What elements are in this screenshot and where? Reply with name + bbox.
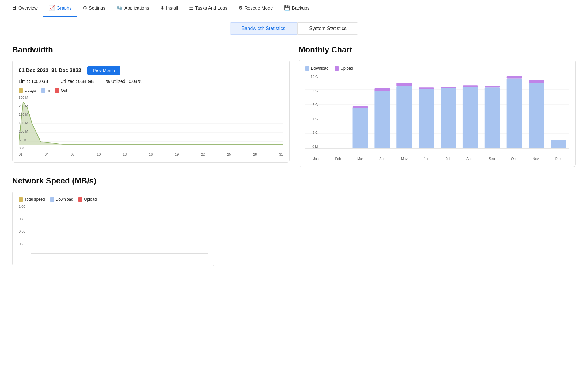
utilized-label: Utilized : 0.84 GB	[61, 79, 94, 84]
ul-color	[335, 66, 339, 71]
svg-rect-17	[330, 148, 346, 148]
svg-rect-19	[352, 106, 368, 108]
net-total-legend: Total speed	[19, 197, 45, 202]
legend-out: Out	[55, 88, 67, 93]
monitor-icon: 🖥	[12, 5, 17, 11]
net-ul-legend: Upload	[78, 197, 97, 202]
nav-applications-label: Applications	[124, 5, 149, 10]
bw-chart-area: 01 04 07 10 13 16 19 22 25 28 31	[19, 96, 283, 156]
bandwidth-card: 01 Dec 2022 31 Dec 2022 Prev Month Limit…	[12, 60, 290, 163]
legend-in: In	[41, 88, 50, 93]
out-color	[55, 88, 59, 93]
main-content: Bandwidth 01 Dec 2022 31 Dec 2022 Prev M…	[0, 38, 588, 274]
svg-rect-22	[396, 86, 412, 148]
svg-rect-33	[506, 76, 522, 79]
network-speed-section: Network Speed (MB/s) Total speed Downloa…	[12, 176, 576, 266]
svg-rect-16	[330, 148, 346, 148]
bar-chart-container: 10 G 8 G 6 G 4 G 2 G 0 M	[305, 75, 570, 160]
rescue-icon: ⚙	[238, 5, 243, 11]
nav-install[interactable]: ⬇ Install	[155, 0, 184, 17]
top-section: Bandwidth 01 Dec 2022 31 Dec 2022 Prev M…	[12, 45, 576, 167]
legend-usage: Usage	[19, 88, 36, 93]
nav-backups[interactable]: 💾 Backups	[279, 0, 315, 17]
svg-rect-29	[462, 85, 478, 87]
monthly-section: Monthly Chart Download Upload 10 G 8	[299, 45, 576, 167]
prev-month-button[interactable]: Prev Month	[87, 66, 120, 75]
svg-rect-27	[441, 87, 456, 88]
network-speed-card: Total speed Download Upload 1.00 0.75 0.…	[12, 191, 214, 266]
net-legend: Total speed Download Upload	[19, 197, 208, 202]
nav-bar: 🖥 Overview 📈 Graphs ⚙ Settings 🧤 Applica…	[0, 0, 588, 17]
backups-icon: 💾	[284, 5, 290, 11]
bar-y-axis: 10 G 8 G 6 G 4 G 2 G 0 M	[305, 75, 320, 148]
bar-x-axis: Jan Feb Mar Apr May Jun Jul Aug Sep Oct …	[305, 157, 570, 160]
bw-chart-container: 300 M 250 M 200 M 150 M 100 M 50 M 0 M	[19, 96, 283, 156]
nav-settings[interactable]: ⚙ Settings	[77, 0, 111, 17]
bar-chart-svg-wrap: Jan Feb Mar Apr May Jun Jul Aug Sep Oct …	[305, 75, 570, 160]
nav-graphs-label: Graphs	[57, 5, 72, 10]
net-y-axis: 1.00 0.75 0.50 0.25	[19, 205, 31, 260]
svg-rect-18	[352, 108, 368, 148]
net-chart-svg	[31, 205, 208, 254]
install-icon: ⬇	[160, 5, 164, 11]
tasks-icon: ☰	[189, 5, 193, 11]
net-chart-container: 1.00 0.75 0.50 0.25	[19, 205, 208, 260]
monthly-card: Download Upload 10 G 8 G 6 G 4 G 2 G 0 M	[299, 60, 576, 167]
svg-rect-30	[484, 87, 500, 148]
nav-applications[interactable]: 🧤 Applications	[111, 0, 155, 17]
bw-date-start: 01 Dec 2022 31 Dec 2022	[19, 67, 81, 74]
svg-rect-24	[419, 89, 434, 148]
svg-rect-31	[484, 86, 500, 88]
dl-legend: Download	[305, 66, 329, 71]
nav-rescue[interactable]: ⚙ Rescue Mode	[233, 0, 279, 17]
nav-overview-label: Overview	[18, 5, 38, 10]
net-chart-area	[31, 205, 208, 260]
svg-rect-20	[374, 91, 390, 148]
bw-header: 01 Dec 2022 31 Dec 2022 Prev Month	[19, 66, 283, 75]
bar-legend: Download Upload	[305, 66, 570, 71]
svg-rect-35	[529, 80, 544, 83]
svg-rect-23	[396, 83, 412, 86]
nav-settings-label: Settings	[89, 5, 105, 10]
pct-utilized-label: % Utilized : 0.08 %	[106, 79, 142, 84]
nav-overview[interactable]: 🖥 Overview	[6, 0, 43, 17]
apps-icon: 🧤	[116, 5, 123, 11]
monthly-title: Monthly Chart	[299, 45, 576, 55]
net-dl-color	[50, 197, 54, 202]
svg-rect-25	[419, 87, 434, 89]
svg-rect-36	[551, 140, 566, 148]
bandwidth-title: Bandwidth	[12, 45, 290, 55]
nav-tasks-logs[interactable]: ☰ Tasks And Logs	[184, 0, 233, 17]
svg-rect-28	[462, 87, 478, 148]
gear-icon: ⚙	[83, 5, 87, 11]
bandwidth-section: Bandwidth 01 Dec 2022 31 Dec 2022 Prev M…	[12, 45, 290, 167]
net-dl-legend: Download	[50, 197, 74, 202]
svg-rect-34	[529, 83, 544, 148]
bw-area-svg	[19, 96, 283, 151]
nav-install-label: Install	[166, 5, 178, 10]
total-color	[19, 197, 23, 202]
svg-rect-21	[374, 88, 390, 91]
bw-x-axis: 01 04 07 10 13 16 19 22 25 28 31	[19, 152, 283, 156]
tab-bandwidth[interactable]: Bandwidth Statistics	[230, 22, 297, 35]
net-ul-color	[78, 197, 82, 202]
network-speed-title: Network Speed (MB/s)	[12, 176, 576, 186]
nav-tasks-label: Tasks And Logs	[195, 5, 227, 10]
bw-legend: Usage In Out	[19, 88, 283, 93]
nav-backups-label: Backups	[292, 5, 310, 10]
svg-rect-32	[506, 78, 522, 148]
graphs-icon: 📈	[49, 5, 55, 11]
usage-color	[19, 88, 23, 93]
bw-y-axis: 300 M 250 M 200 M 150 M 100 M 50 M 0 M	[19, 96, 31, 156]
limit-label: Limit : 1000 GB	[19, 79, 48, 84]
bw-stats: Limit : 1000 GB Utilized : 0.84 GB % Uti…	[19, 79, 283, 84]
svg-rect-37	[551, 140, 566, 140]
dl-color	[305, 66, 309, 71]
bar-chart-svg	[305, 75, 570, 155]
in-color	[41, 88, 45, 93]
tabs-row: Bandwidth Statistics System Statistics	[0, 17, 588, 38]
ul-legend: Upload	[335, 66, 353, 71]
nav-graphs[interactable]: 📈 Graphs	[43, 0, 77, 17]
tab-system[interactable]: System Statistics	[297, 22, 358, 35]
svg-rect-26	[441, 88, 456, 148]
